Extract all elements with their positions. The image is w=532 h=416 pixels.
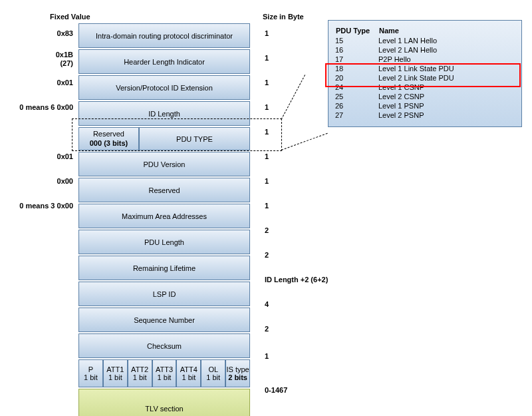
size-5: 1 [265,152,269,160]
legend-col-type: PDU Type [335,26,378,36]
bit-p: P1 bit [78,359,103,387]
fixed-3: 0 means 6 0x00 [0,103,73,111]
size-12: 2 [265,325,269,333]
bit-istype: IS type2 bits [225,359,250,387]
fixed-5: 0x01 [0,152,73,160]
size-6: 1 [265,177,269,185]
legend-row: 17P2P Hello [335,55,515,64]
size-bits: 1 [265,352,269,360]
field-discriminator: Intra-domain routing protocol discrimina… [78,23,250,48]
size-1: 1 [265,54,269,62]
fixed-6: 0x00 [0,177,73,185]
fixed-1: 0x1B (27) [0,51,73,68]
bit-att1: ATT11 bit [103,359,128,387]
field-version-id-ext: Version/Protocol ID Extension [78,75,250,100]
size-9: 2 [265,251,269,259]
field-pdu-version: PDU Version [78,152,250,176]
size-3: 1 [265,103,269,111]
field-lsp-id: LSP ID [78,282,250,306]
field-header-length: Hearder Length Indicator [78,49,250,74]
legend-row: 16Level 2 LAN Hello [335,45,515,55]
legend-row: 26Level 1 PSNP [335,101,515,110]
fixed-value-header: Fixed Value [50,13,90,21]
size-tlv: 0-1467 [265,386,287,394]
legend-row: 27Level 2 PSNP [335,110,515,120]
size-7: 1 [265,202,269,210]
field-tlv-section: TLV section [78,389,250,416]
size-0: 1 [265,29,269,37]
size-header: Size in Byte [263,13,304,21]
field-max-area: Maximum Area Addresses [78,204,250,228]
field-sequence-number: Sequence Number [78,308,250,332]
field-remaining-lifetime: Remaining Lifetime [78,256,250,280]
field-checksum: Checksum [78,333,250,358]
bit-ol: OL1 bit [201,359,225,387]
field-reserved2: Reserved [78,178,250,202]
bit-att4: ATT41 bit [176,359,201,387]
bit-att3: ATT31 bit [152,359,177,387]
bit-att2: ATT21 bit [128,359,152,387]
field-pdu-length: PDU Length [78,230,250,254]
size-11: 4 [265,300,269,308]
size-10: ID Length +2 (6+2) [265,276,328,284]
fixed-7: 0 means 3 0x00 [0,202,73,210]
guide-line-bot [281,133,328,150]
guide-line-top [281,75,306,120]
fixed-2: 0x01 [0,79,73,87]
size-2: 1 [265,79,269,87]
legend-highlight [325,63,521,87]
legend-col-name: Name [378,26,515,36]
size-8: 2 [265,226,269,234]
legend-row: 15Level 1 LAN Hello [335,36,515,45]
pdutype-highlight [72,118,282,151]
packet-diagram: Intra-domain routing protocol discrimina… [78,23,250,416]
flags-bitfield-row: P1 bit ATT11 bit ATT21 bit ATT31 bit ATT… [78,359,250,387]
legend-row: 25Level 2 CSNP [335,92,515,101]
fixed-0: 0x83 [0,29,73,37]
